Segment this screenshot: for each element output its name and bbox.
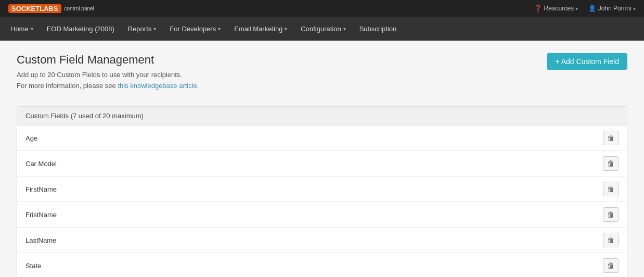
- header-text-block: Custom Field Management Add up to 20 Cus…: [17, 53, 199, 98]
- user-menu-link[interactable]: 👤 John Porrini ▾: [588, 5, 636, 12]
- table-row: State🗑: [17, 253, 627, 277]
- delete-field-button[interactable]: 🗑: [603, 258, 619, 273]
- field-name-label: State: [25, 262, 41, 270]
- email-marketing-caret: ▾: [285, 26, 287, 32]
- trash-icon: 🗑: [607, 236, 614, 244]
- nav-item-configuration[interactable]: Configuration ▾: [294, 17, 352, 41]
- top-bar: SOCKETLABS control panel ❓ Resources ▾ 👤…: [0, 0, 644, 17]
- nav-item-for-developers[interactable]: For Developers ▾: [163, 17, 227, 41]
- field-name-label: Age: [25, 134, 37, 142]
- trash-icon: 🗑: [607, 210, 614, 219]
- table-row: FristName🗑: [17, 202, 627, 228]
- kb-link-text: For more information, please see this kn…: [17, 82, 199, 90]
- delete-field-button[interactable]: 🗑: [603, 131, 619, 145]
- trash-icon: 🗑: [607, 261, 614, 270]
- nav-item-eod-marketing[interactable]: EOD Marketing (2008): [41, 17, 121, 41]
- field-name-label: LastName: [25, 236, 56, 244]
- logo-area: SOCKETLABS control panel: [8, 4, 94, 13]
- question-icon: ❓: [534, 5, 542, 12]
- reports-caret: ▾: [153, 26, 156, 32]
- header-row: Custom Field Management Add up to 20 Cus…: [17, 53, 627, 98]
- delete-field-button[interactable]: 🗑: [603, 233, 619, 247]
- custom-fields-panel: Custom Fields (7 used of 20 maximum) Age…: [17, 106, 627, 277]
- delete-field-button[interactable]: 🗑: [603, 182, 619, 196]
- field-name-label: Car Model: [25, 160, 57, 168]
- user-caret: ▾: [633, 6, 636, 11]
- table-row: LastName🗑: [17, 228, 627, 253]
- panel-header: Custom Fields (7 used of 20 maximum): [17, 107, 627, 125]
- main-navbar: Home ▾ EOD Marketing (2008) Reports ▾ Fo…: [0, 17, 644, 41]
- delete-field-button[interactable]: 🗑: [603, 156, 619, 171]
- fields-list: Age🗑Car Model🗑FirstName🗑FristName🗑LastNa…: [17, 125, 627, 277]
- field-name-label: FirstName: [25, 185, 57, 193]
- logo: SOCKETLABS: [8, 4, 61, 13]
- trash-icon: 🗑: [607, 159, 614, 168]
- logo-text: SOCKETLABS: [11, 5, 58, 12]
- kb-article-link[interactable]: this knowledgebase article.: [118, 82, 199, 90]
- subtitle: Add up to 20 Custom Fields to use with y…: [17, 71, 199, 79]
- home-caret: ▾: [31, 26, 33, 32]
- field-name-label: FristName: [25, 211, 57, 219]
- nav-item-email-marketing[interactable]: Email Marketing ▾: [228, 17, 293, 41]
- table-row: Car Model🗑: [17, 151, 627, 177]
- resources-caret: ▾: [575, 6, 578, 11]
- user-icon: 👤: [588, 5, 596, 12]
- delete-field-button[interactable]: 🗑: [603, 207, 619, 222]
- configuration-caret: ▾: [343, 26, 346, 32]
- add-custom-field-button[interactable]: + Add Custom Field: [547, 53, 627, 70]
- table-row: Age🗑: [17, 125, 627, 151]
- table-row: FirstName🗑: [17, 177, 627, 202]
- nav-item-home[interactable]: Home ▾: [4, 17, 40, 41]
- trash-icon: 🗑: [607, 134, 614, 142]
- developers-caret: ▾: [218, 26, 221, 32]
- nav-item-subscription[interactable]: Subscription: [353, 17, 403, 41]
- top-bar-right: ❓ Resources ▾ 👤 John Porrini ▾: [534, 5, 636, 12]
- logo-subtext: control panel: [65, 6, 94, 11]
- page-title: Custom Field Management: [17, 53, 199, 67]
- nav-item-reports[interactable]: Reports ▾: [122, 17, 163, 41]
- trash-icon: 🗑: [607, 185, 614, 193]
- main-content: Custom Field Management Add up to 20 Cus…: [0, 41, 644, 277]
- resources-link[interactable]: ❓ Resources ▾: [534, 5, 578, 12]
